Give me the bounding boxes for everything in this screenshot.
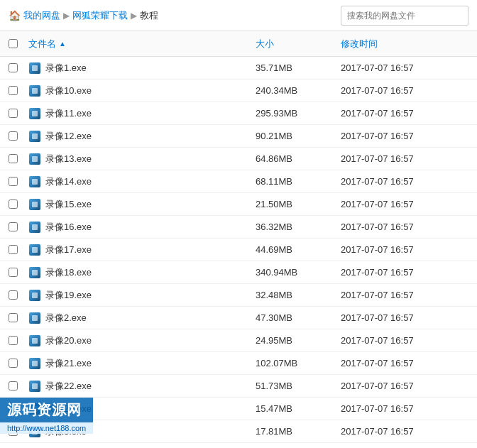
file-checkbox-4[interactable]: [9, 154, 18, 163]
file-size-cell: 44.69MB: [256, 244, 341, 255]
row-checkbox-9[interactable]: [9, 268, 28, 277]
row-checkbox-0[interactable]: [9, 63, 28, 72]
table-row[interactable]: 录像15.exe 21.50MB 2017-07-07 16:57: [0, 193, 477, 216]
file-checkbox-11[interactable]: [9, 313, 18, 322]
table-row[interactable]: 录像3.exe 17.81MB 2017-07-07 16:57: [0, 420, 477, 443]
file-checkbox-13[interactable]: [9, 359, 18, 368]
table-row[interactable]: 录像17.exe 44.69MB 2017-07-07 16:57: [0, 239, 477, 261]
table-row[interactable]: 录像11.exe 295.93MB 2017-07-07 16:57: [0, 102, 477, 125]
file-name-cell: 录像15.exe: [28, 198, 256, 211]
file-size-cell: 15.47MB: [256, 403, 341, 414]
row-checkbox-2[interactable]: [9, 109, 28, 118]
file-checkbox-8[interactable]: [9, 245, 18, 254]
file-date-cell: 2017-07-07 16:57: [341, 403, 454, 414]
table-row[interactable]: 录像1.exe 35.71MB 2017-07-07 16:57: [0, 57, 477, 80]
file-checkbox-9[interactable]: [9, 268, 18, 277]
breadcrumb-crumb1[interactable]: 网狐荣耀下载: [72, 9, 128, 22]
row-checkbox-7[interactable]: [9, 222, 28, 231]
file-checkbox-10[interactable]: [9, 290, 18, 300]
col-size-header[interactable]: 大小: [256, 38, 341, 50]
file-checkbox-5[interactable]: [9, 177, 18, 186]
table-row[interactable]: 录像23.exe 15.47MB 2017-07-07 16:57: [0, 398, 477, 420]
file-name-cell: 录像23.exe: [28, 403, 256, 415]
table-row[interactable]: 录像18.exe 340.94MB 2017-07-07 16:57: [0, 261, 477, 284]
file-name-cell: 录像16.exe: [28, 221, 256, 234]
select-all-checkbox[interactable]: [9, 39, 18, 48]
file-name-label: 录像22.exe: [45, 380, 92, 393]
file-checkbox-14[interactable]: [9, 381, 18, 390]
file-icon: [28, 380, 41, 393]
file-date-cell: 2017-07-07 16:57: [341, 290, 454, 300]
table-row[interactable]: 录像22.exe 51.73MB 2017-07-07 16:57: [0, 375, 477, 398]
exe-icon: [29, 108, 40, 119]
file-checkbox-1[interactable]: [9, 86, 18, 95]
table-row[interactable]: 录像14.exe 68.11MB 2017-07-07 16:57: [0, 170, 477, 193]
file-size-cell: 21.50MB: [256, 199, 341, 209]
col-date-header[interactable]: 修改时间: [341, 38, 454, 50]
file-icon: [28, 266, 41, 279]
file-name-cell: 录像13.exe: [28, 153, 256, 165]
table-row[interactable]: 录像13.exe 64.86MB 2017-07-07 16:57: [0, 148, 477, 170]
file-icon: [28, 107, 41, 120]
row-checkbox-10[interactable]: [9, 290, 28, 300]
file-size-cell: 35.71MB: [256, 62, 341, 73]
file-icon: [28, 221, 41, 234]
table-row[interactable]: 录像10.exe 240.34MB 2017-07-07 16:57: [0, 80, 477, 102]
file-checkbox-15[interactable]: [9, 404, 18, 413]
file-checkbox-2[interactable]: [9, 109, 18, 118]
file-icon: [28, 334, 41, 347]
table-row[interactable]: 录像20.exe 24.95MB 2017-07-07 16:57: [0, 329, 477, 352]
breadcrumb: 🏠 我的网盘 ▶ 网狐荣耀下载 ▶ 教程: [9, 9, 341, 22]
row-checkbox-1[interactable]: [9, 86, 28, 95]
table-row[interactable]: 录像16.exe 36.32MB 2017-07-07 16:57: [0, 216, 477, 239]
row-checkbox-14[interactable]: [9, 381, 28, 390]
file-date-cell: 2017-07-07 16:57: [341, 131, 454, 141]
exe-icon: [29, 85, 40, 97]
file-size-cell: 64.86MB: [256, 153, 341, 164]
file-size-cell: 32.48MB: [256, 290, 341, 300]
file-name-cell: 录像11.exe: [28, 107, 256, 120]
row-checkbox-3[interactable]: [9, 131, 28, 141]
row-checkbox-6[interactable]: [9, 200, 28, 209]
file-checkbox-0[interactable]: [9, 63, 18, 72]
file-date-cell: 2017-07-07 16:57: [341, 222, 454, 232]
table-row[interactable]: 录像21.exe 102.07MB 2017-07-07 16:57: [0, 352, 477, 375]
sort-arrow-icon: ▲: [59, 40, 66, 48]
file-name-label: 录像14.exe: [45, 175, 92, 188]
header-checkbox[interactable]: [9, 39, 28, 48]
table-row[interactable]: 录像2.exe 47.30MB 2017-07-07 16:57: [0, 307, 477, 329]
table-row[interactable]: 录像12.exe 90.21MB 2017-07-07 16:57: [0, 125, 477, 148]
file-icon: [28, 425, 41, 438]
file-icon: [28, 153, 41, 165]
row-checkbox-11[interactable]: [9, 313, 28, 322]
file-size-cell: 68.11MB: [256, 176, 341, 187]
exe-icon: [29, 222, 40, 233]
search-input[interactable]: [341, 6, 468, 26]
file-date-cell: 2017-07-07 16:57: [341, 312, 454, 323]
file-icon: [28, 175, 41, 188]
file-checkbox-12[interactable]: [9, 336, 18, 345]
row-checkbox-8[interactable]: [9, 245, 28, 254]
file-icon: [28, 198, 41, 211]
file-date-cell: 2017-07-07 16:57: [341, 176, 454, 187]
table-row[interactable]: 录像4.exe 4.79MB 2017-07-07 16:57: [0, 443, 477, 448]
file-checkbox-6[interactable]: [9, 200, 18, 209]
col-name-header[interactable]: 文件名 ▲: [28, 38, 256, 50]
file-checkbox-3[interactable]: [9, 131, 18, 141]
file-checkbox-16[interactable]: [9, 427, 18, 436]
file-checkbox-7[interactable]: [9, 222, 18, 231]
table-row[interactable]: 录像19.exe 32.48MB 2017-07-07 16:57: [0, 284, 477, 307]
file-name-cell: 录像12.exe: [28, 130, 256, 143]
row-checkbox-13[interactable]: [9, 359, 28, 368]
row-checkbox-12[interactable]: [9, 336, 28, 345]
file-size-cell: 102.07MB: [256, 358, 341, 368]
exe-icon: [29, 267, 40, 278]
breadcrumb-crumb2: 教程: [140, 9, 158, 22]
breadcrumb-home[interactable]: 我的网盘: [23, 9, 60, 22]
file-list: 录像1.exe 35.71MB 2017-07-07 16:57 录像10.ex…: [0, 57, 477, 448]
row-checkbox-5[interactable]: [9, 177, 28, 186]
row-checkbox-16[interactable]: [9, 427, 28, 436]
file-icon: [28, 312, 41, 324]
row-checkbox-4[interactable]: [9, 154, 28, 163]
row-checkbox-15[interactable]: [9, 404, 28, 413]
